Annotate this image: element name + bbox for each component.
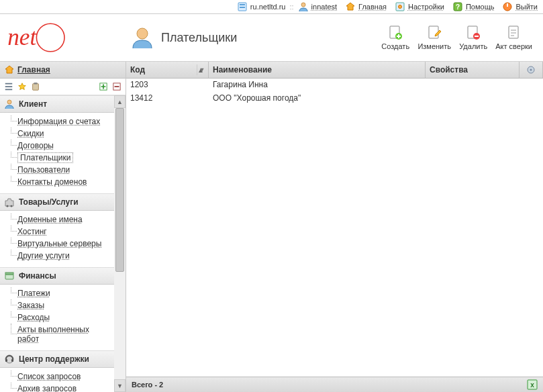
grid-body[interactable]: 1203Гагарина Инна13412ООО "Хорошая погод… — [126, 79, 543, 377]
col-name[interactable]: Наименование — [209, 62, 426, 78]
favorite-icon[interactable] — [16, 81, 28, 93]
list-view-icon[interactable] — [3, 81, 15, 93]
cell-props — [426, 79, 520, 92]
svg-rect-27 — [5, 273, 13, 275]
finance-icon — [4, 271, 15, 281]
svg-point-10 — [36, 23, 64, 52]
scroll-up-icon[interactable]: ▲ — [114, 95, 126, 108]
settings-icon — [395, 1, 405, 12]
cell-props — [426, 92, 520, 105]
cell-name: Гагарина Инна — [209, 79, 426, 92]
logo: net — [5, 21, 119, 54]
scroll-down-icon[interactable]: ▼ — [114, 379, 126, 392]
section-goods[interactable]: Товары/Услуги — [0, 193, 114, 211]
breadcrumb-home[interactable]: Главная — [17, 65, 50, 75]
svg-point-3 — [301, 3, 305, 7]
svg-point-23 — [7, 100, 11, 104]
sidebar-header[interactable]: Главная — [0, 62, 126, 79]
site-label: ru.netltd.ru — [250, 3, 286, 11]
nav-item[interactable]: Хостинг — [8, 226, 114, 238]
nav-item[interactable]: Архив запросов — [8, 383, 114, 392]
collapse-all-icon[interactable] — [111, 81, 123, 93]
nav-item[interactable]: Скидки — [8, 128, 114, 140]
col-code[interactable]: Код ▲ ▼ — [126, 62, 209, 78]
svg-point-25 — [11, 205, 13, 207]
col-menu-icon[interactable]: ▼ — [197, 64, 207, 75]
svg-rect-18 — [509, 26, 518, 38]
svg-rect-9 — [507, 3, 508, 7]
svg-rect-2 — [240, 7, 245, 8]
grid-footer: Всего - 2 x — [126, 377, 543, 392]
nav-item[interactable]: Заказы — [8, 299, 114, 311]
nav-item[interactable]: Другие услуги — [8, 250, 114, 262]
cell-code: 13412 — [126, 92, 209, 105]
nav-item[interactable]: Список запросов — [8, 371, 114, 383]
col-props[interactable]: Свойства — [426, 62, 520, 78]
svg-point-32 — [530, 69, 532, 71]
edit-button[interactable]: Изменить — [417, 25, 451, 50]
grid-settings-button[interactable] — [520, 62, 543, 78]
clipboard-icon[interactable] — [30, 81, 42, 93]
create-icon — [387, 25, 403, 41]
svg-rect-20 — [34, 83, 37, 85]
nav-item[interactable]: Плательщики — [8, 152, 114, 164]
site-indicator: ru.netltd.ru :: innatest — [237, 1, 337, 12]
section-support[interactable]: Центр поддержки — [0, 350, 114, 368]
svg-point-5 — [398, 5, 401, 9]
table-row[interactable]: 1203Гагарина Инна — [126, 79, 543, 92]
nav-item[interactable]: Расходы — [8, 311, 114, 324]
main-grid: Код ▲ ▼ Наименование Свойства 1203Гагари… — [126, 62, 543, 392]
logout-icon — [502, 1, 513, 12]
nav-item[interactable]: Доменные имена — [8, 213, 114, 226]
svg-rect-15 — [429, 26, 438, 38]
goods-icon — [4, 197, 15, 207]
nav-item[interactable]: Пользователи — [8, 164, 114, 176]
user-link[interactable]: innatest — [311, 3, 338, 11]
top-link-logout[interactable]: Выйти — [515, 3, 538, 11]
user-icon — [298, 1, 309, 12]
header: net Плательщики Создать Изменить Удалить… — [0, 14, 543, 62]
svg-rect-29 — [5, 359, 7, 362]
page-title: Плательщики — [161, 31, 237, 45]
server-icon — [237, 1, 248, 12]
nav-item[interactable]: Информация о счетах — [8, 115, 114, 128]
svg-text:net: net — [7, 24, 37, 50]
nav-item[interactable]: Платежи — [8, 287, 114, 299]
grid-header: Код ▲ ▼ Наименование Свойства — [126, 62, 543, 79]
toolbar: Создать Изменить Удалить Акт сверки — [379, 25, 538, 50]
create-button[interactable]: Создать — [379, 25, 412, 50]
sidebar-scrollbar[interactable]: ▲ ▼ — [114, 95, 126, 392]
cell-code: 1203 — [126, 79, 209, 92]
home-icon — [4, 64, 15, 75]
top-link-home[interactable]: Главная — [358, 3, 387, 11]
gear-icon — [526, 64, 536, 75]
top-bar: ru.netltd.ru :: innatest Главная Настрой… — [0, 0, 543, 14]
home-icon — [345, 1, 356, 12]
acts-button[interactable]: Акт сверки — [495, 25, 532, 50]
svg-rect-19 — [33, 84, 39, 91]
delete-button[interactable]: Удалить — [456, 25, 490, 50]
table-row[interactable]: 13412ООО "Хорошая погода" — [126, 92, 543, 105]
sidebar: Главная КлиентИнформация о счетахСкидкиД… — [0, 62, 126, 392]
svg-point-24 — [7, 205, 9, 207]
support-icon — [4, 354, 15, 364]
edit-icon — [426, 25, 442, 41]
nav-item[interactable]: Акты выполненных работ — [8, 324, 114, 345]
svg-rect-30 — [11, 359, 13, 362]
expand-all-icon[interactable] — [97, 81, 109, 93]
page-icon — [130, 26, 154, 50]
section-client[interactable]: Клиент — [0, 95, 114, 113]
top-link-help[interactable]: Помощь — [466, 3, 495, 11]
export-excel-icon[interactable]: x — [527, 379, 538, 390]
footer-total: Всего - 2 — [132, 381, 163, 389]
client-icon — [4, 99, 15, 109]
svg-rect-1 — [240, 4, 245, 5]
top-link-settings[interactable]: Настройки — [408, 3, 444, 11]
nav-item[interactable]: Виртуальные серверы — [8, 238, 114, 250]
svg-rect-26 — [5, 275, 13, 279]
section-finance[interactable]: Финансы — [0, 267, 114, 285]
sidebar-toolbar — [0, 79, 126, 95]
nav-item[interactable]: Договоры — [8, 140, 114, 152]
delete-icon — [465, 25, 481, 41]
nav-item[interactable]: Контакты доменов — [8, 176, 114, 188]
